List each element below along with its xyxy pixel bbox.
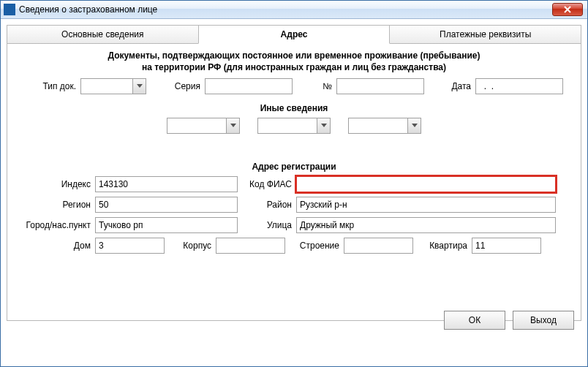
ok-button[interactable]: ОК bbox=[444, 311, 505, 330]
other-select-2[interactable] bbox=[257, 118, 331, 134]
chevron-down-icon bbox=[317, 118, 330, 133]
chevron-down-icon bbox=[132, 79, 146, 94]
korpus-input[interactable] bbox=[216, 238, 285, 254]
building-label: Строение bbox=[285, 241, 344, 251]
building-input[interactable] bbox=[344, 238, 413, 254]
korpus-label: Корпус bbox=[165, 241, 216, 251]
doc-row: Тип док. Серия № Дата bbox=[15, 78, 573, 94]
index-input[interactable] bbox=[95, 176, 238, 192]
titlebar: Сведения о застрахованном лице bbox=[1, 1, 587, 19]
other-select-3[interactable] bbox=[348, 118, 421, 134]
tab-general[interactable]: Основные сведения bbox=[7, 25, 199, 44]
other-row bbox=[15, 118, 573, 134]
city-label: Город/нас.пункт bbox=[15, 220, 95, 230]
doc-heading: Документы, подтверждающих постоянное или… bbox=[15, 50, 573, 61]
tab-address[interactable]: Адрес bbox=[198, 25, 391, 44]
other-select-1[interactable] bbox=[167, 118, 240, 134]
tab-bar: Основные сведения Адрес Платежные реквиз… bbox=[7, 25, 581, 44]
district-input[interactable] bbox=[296, 197, 556, 213]
flat-input[interactable] bbox=[472, 238, 541, 254]
doc-date-input[interactable] bbox=[475, 78, 563, 94]
footer: ОК Выход bbox=[444, 311, 574, 330]
close-button[interactable] bbox=[552, 3, 583, 16]
tab-body-address: Документы, подтверждающих постоянное или… bbox=[7, 43, 581, 321]
doc-series-label: Серия bbox=[146, 81, 205, 91]
tab-payment[interactable]: Платежные реквизиты bbox=[389, 25, 581, 44]
doc-type-select[interactable] bbox=[80, 78, 146, 94]
fias-input[interactable] bbox=[296, 176, 556, 192]
fias-label: Код ФИАС bbox=[238, 179, 296, 189]
region-input[interactable] bbox=[95, 197, 238, 213]
index-label: Индекс bbox=[15, 179, 95, 189]
reg-title: Адрес регистрации bbox=[15, 162, 573, 172]
close-icon bbox=[563, 6, 572, 13]
doc-type-label: Тип док. bbox=[15, 81, 80, 91]
street-input[interactable] bbox=[296, 217, 556, 233]
flat-label: Квартира bbox=[413, 241, 472, 251]
house-input[interactable] bbox=[95, 238, 165, 254]
window: Сведения о застрахованном лице Основные … bbox=[0, 0, 588, 367]
region-label: Регион bbox=[15, 200, 95, 210]
doc-date-label: Дата bbox=[424, 81, 475, 91]
doc-number-input[interactable] bbox=[336, 78, 424, 94]
doc-series-input[interactable] bbox=[205, 78, 293, 94]
street-label: Улица bbox=[238, 220, 296, 230]
doc-number-label: № bbox=[293, 81, 336, 91]
other-title: Иные сведения bbox=[15, 103, 573, 113]
district-label: Район bbox=[238, 200, 296, 210]
chevron-down-icon bbox=[407, 118, 421, 133]
content: Основные сведения Адрес Платежные реквиз… bbox=[1, 19, 587, 366]
app-icon bbox=[4, 4, 15, 15]
house-label: Дом bbox=[15, 241, 95, 251]
chevron-down-icon bbox=[226, 118, 239, 133]
window-title: Сведения о застрахованном лице bbox=[19, 4, 584, 15]
doc-subheading: на территории РФ (для иностранных гражда… bbox=[15, 62, 573, 72]
city-input[interactable] bbox=[95, 217, 238, 233]
exit-button[interactable]: Выход bbox=[513, 311, 574, 330]
